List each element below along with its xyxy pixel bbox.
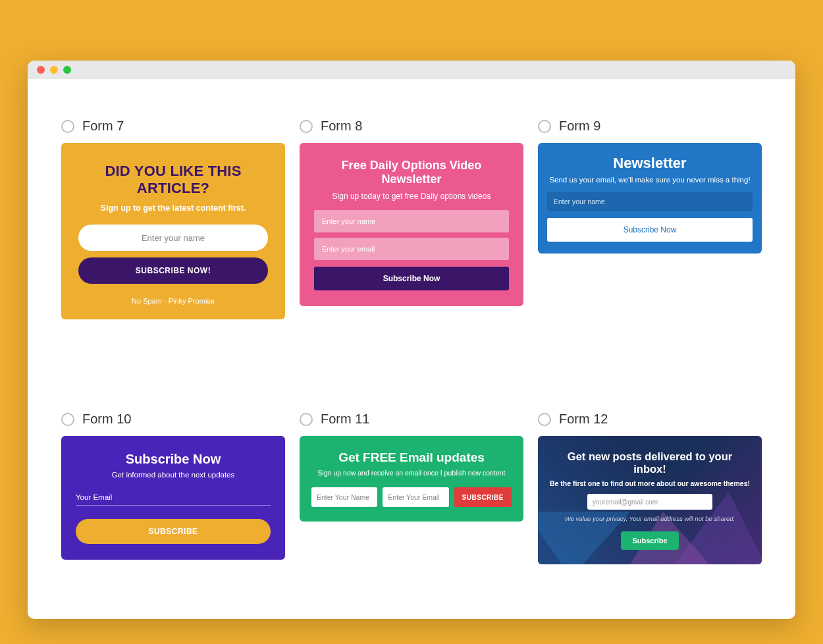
form-title: Newsletter (547, 155, 753, 172)
form-title: Get new posts delivered to your inbox! (550, 450, 750, 475)
form-title: Free Daily Options Video Newsletter (314, 159, 509, 186)
form-option-10: Form 10 Subscribe Now Get informed about… (61, 412, 285, 564)
form-option-8: Form 8 Free Daily Options Video Newslett… (300, 119, 523, 319)
radio-form-11[interactable] (300, 413, 313, 426)
email-input[interactable]: Enter Your Email (383, 487, 448, 507)
form-subtitle: Sign up today to get free Daily options … (314, 192, 509, 201)
form-label: Form 9 (559, 119, 600, 134)
form-label: Form 10 (82, 412, 131, 427)
form-option-7: Form 7 DID YOU LIKE THIS ARTICLE? Sign u… (61, 119, 285, 319)
radio-form-7[interactable] (61, 120, 74, 133)
window-titlebar (28, 61, 795, 79)
subscribe-button[interactable]: Subscribe Now (314, 267, 509, 290)
privacy-notice: We value your privacy. Your email addres… (550, 515, 750, 522)
maximize-icon[interactable] (63, 66, 71, 74)
form-option-12: Form 12 Get new posts delivered to your … (538, 412, 762, 564)
form-label: Form 7 (82, 119, 124, 134)
form-subtitle: Sign up to get the latest content first. (78, 203, 268, 213)
subscribe-button[interactable]: SUBSCRIBE (454, 487, 512, 507)
subscribe-button[interactable]: Subscribe (621, 531, 679, 550)
form-label: Form 12 (559, 412, 608, 427)
subscribe-button[interactable]: Subscribe Now (547, 218, 753, 242)
form-preview-9: Newsletter Send us your email, we'll mak… (538, 143, 762, 254)
form-preview-7: DID YOU LIKE THIS ARTICLE? Sign up to ge… (61, 143, 285, 319)
form-footer: No Spam - Pinky Promise (78, 297, 268, 305)
name-input[interactable]: Enter your name (78, 225, 268, 251)
form-preview-10: Subscribe Now Get informed about the nex… (61, 436, 285, 560)
form-title: DID YOU LIKE THIS ARTICLE? (78, 163, 268, 197)
form-label: Form 11 (321, 412, 369, 427)
radio-form-8[interactable] (300, 120, 313, 133)
form-option-9: Form 9 Newsletter Send us your email, we… (538, 119, 762, 319)
form-subtitle: Be the first one to find out more about … (550, 479, 750, 487)
form-title: Get FREE Email updates (311, 450, 512, 465)
email-input[interactable]: youremail@gmail.com (587, 494, 712, 510)
form-option-11: Form 11 Get FREE Email updates Sign up n… (300, 412, 523, 564)
form-subtitle: Sign up now and receive an email once I … (311, 469, 512, 477)
form-preview-12: Get new posts delivered to your inbox! B… (538, 436, 762, 564)
form-subtitle: Send us your email, we'll make sure you … (547, 176, 753, 184)
subscribe-button[interactable]: SUBSCRIBE (76, 519, 271, 544)
close-icon[interactable] (37, 66, 45, 74)
email-input[interactable]: Your Email (76, 493, 271, 506)
browser-window: Form 7 DID YOU LIKE THIS ARTICLE? Sign u… (28, 61, 795, 619)
form-preview-8: Free Daily Options Video Newsletter Sign… (300, 143, 523, 306)
form-title: Subscribe Now (76, 452, 271, 467)
form-preview-11: Get FREE Email updates Sign up now and r… (300, 436, 523, 522)
email-input[interactable]: Enter your email (314, 238, 509, 260)
name-input[interactable]: Enter your name (547, 192, 753, 211)
minimize-icon[interactable] (50, 66, 58, 74)
radio-form-12[interactable] (538, 413, 551, 426)
form-subtitle: Get informed about the next updates (76, 471, 271, 479)
subscribe-button[interactable]: SUBSCRIBE NOW! (78, 257, 268, 284)
form-label: Form 8 (321, 119, 362, 134)
radio-form-10[interactable] (61, 413, 74, 426)
radio-form-9[interactable] (538, 120, 551, 133)
name-input[interactable]: Enter Your Name (311, 487, 377, 507)
name-input[interactable]: Enter your name (314, 210, 509, 232)
form-grid: Form 7 DID YOU LIKE THIS ARTICLE? Sign u… (28, 79, 795, 591)
